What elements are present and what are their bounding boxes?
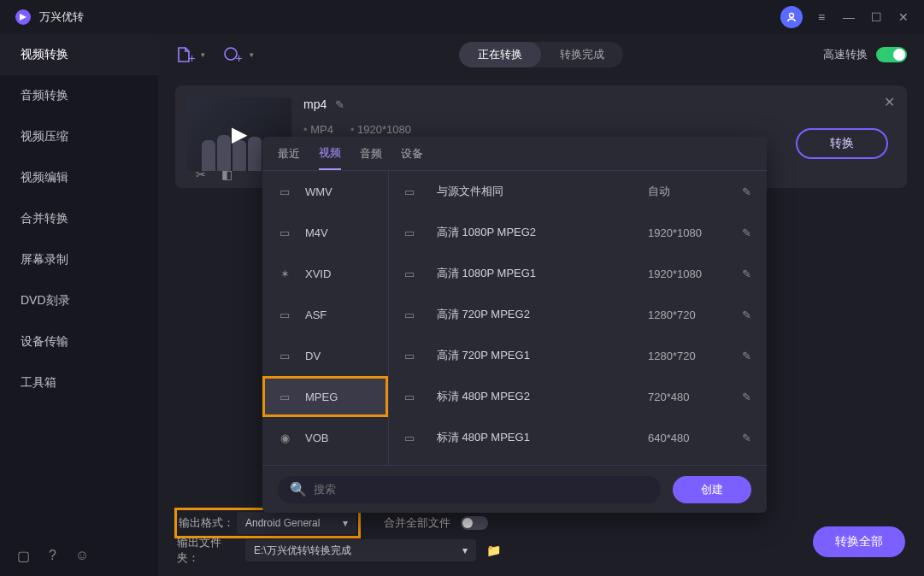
sidebar-item-merge-convert[interactable]: 合并转换 <box>0 198 158 239</box>
sidebar-item-video-edit[interactable]: 视频编辑 <box>0 157 158 198</box>
file-resolution: 1920*1080 <box>350 123 411 136</box>
app-logo <box>14 8 32 26</box>
output-path-label: 输出文件夹： <box>177 535 235 566</box>
edit-name-icon[interactable]: ✎ <box>335 98 344 111</box>
merge-switch[interactable] <box>461 516 488 530</box>
sidebar-item-dvd-burn[interactable]: DVD刻录 <box>0 280 158 321</box>
preset-list: ▭与源文件相同自动✎ ▭高清 1080P MPEG21920*1080✎ ▭高清… <box>389 171 767 465</box>
output-format-label: 输出格式： <box>179 515 237 531</box>
fast-convert-switch[interactable] <box>876 47 907 62</box>
popup-tab-recent[interactable]: 最近 <box>278 137 300 170</box>
maximize-button[interactable]: ☐ <box>862 3 890 31</box>
edit-preset-icon[interactable]: ✎ <box>742 432 751 444</box>
edit-preset-icon[interactable]: ✎ <box>742 267 751 280</box>
file-name: mp4 <box>303 97 327 111</box>
format-mpeg[interactable]: ▭MPEG <box>262 376 388 417</box>
format-xvid[interactable]: ✶XVID <box>262 253 388 294</box>
format-dv[interactable]: ▭DV <box>262 335 388 376</box>
sidebar-item-device-transfer[interactable]: 设备传输 <box>0 321 158 362</box>
help-icon[interactable]: ? <box>49 548 56 563</box>
edit-preset-icon[interactable]: ✎ <box>742 391 751 403</box>
cut-icon[interactable]: ✂ <box>196 168 206 181</box>
format-m4v[interactable]: ▭M4V <box>262 212 388 253</box>
play-icon: ▶ <box>232 122 247 146</box>
format-list: ▭WMV ▭M4V ✶XVID ▭ASF ▭DV ▭MPEG ◉VOB <box>262 171 389 465</box>
convert-button[interactable]: 转换 <box>796 128 888 159</box>
edit-preset-icon[interactable]: ✎ <box>742 185 751 198</box>
preset-row[interactable]: ▭高清 1080P MPEG21920*1080✎ <box>389 212 767 253</box>
preset-row[interactable]: ▭与源文件相同自动✎ <box>389 171 767 212</box>
popup-tab-audio[interactable]: 音频 <box>360 137 382 170</box>
sidebar-item-video-compress[interactable]: 视频压缩 <box>0 116 158 157</box>
format-search[interactable]: 🔍 <box>278 476 661 503</box>
menu-button[interactable]: ≡ <box>808 3 835 31</box>
file-format: MP4 <box>303 123 333 136</box>
merge-label: 合并全部文件 <box>384 515 450 531</box>
format-popup: 最近 视频 音频 设备 ▭WMV ▭M4V ✶XVID ▭ASF ▭DV ▭MP… <box>262 137 767 513</box>
popup-tab-video[interactable]: 视频 <box>319 137 341 170</box>
svg-point-1 <box>790 14 794 18</box>
format-wmv[interactable]: ▭WMV <box>262 171 388 212</box>
add-url-button[interactable]: +▾ <box>223 41 254 68</box>
edit-preset-icon[interactable]: ✎ <box>742 309 751 321</box>
fast-convert-label: 高速转换 <box>823 47 868 62</box>
preset-row[interactable]: ▭标清 480P MPEG1640*480✎ <box>389 417 767 458</box>
preset-row[interactable]: ▭高清 1080P MPEG11920*1080✎ <box>389 253 767 294</box>
status-segment: 正在转换 转换完成 <box>459 42 623 68</box>
format-search-input[interactable] <box>314 483 649 496</box>
crop-icon[interactable]: ◧ <box>221 168 232 181</box>
chevron-down-icon: ▾ <box>343 517 348 529</box>
sidebar-item-video-convert[interactable]: 视频转换 <box>0 34 158 75</box>
tab-converting[interactable]: 正在转换 <box>459 42 541 68</box>
remove-file-button[interactable]: ✕ <box>884 94 895 110</box>
output-path-select[interactable]: E:\万兴优转\转换完成▾ <box>245 539 476 561</box>
people-icon[interactable]: ☺ <box>75 548 89 563</box>
output-format-select[interactable]: Android General▾ <box>237 512 356 534</box>
tab-done[interactable]: 转换完成 <box>541 42 623 68</box>
app-title: 万兴优转 <box>39 9 84 25</box>
sidebar-item-toolbox[interactable]: 工具箱 <box>0 362 158 403</box>
format-vob[interactable]: ◉VOB <box>262 417 388 458</box>
toolbar: +▾ +▾ 正在转换 转换完成 高速转换 <box>158 34 924 75</box>
preset-row[interactable]: ▭高清 720P MPEG21280*720✎ <box>389 294 767 335</box>
add-file-button[interactable]: +▾ <box>175 41 206 68</box>
edit-preset-icon[interactable]: ✎ <box>742 350 751 362</box>
preset-row[interactable]: ▭标清 480P MPEG2720*480✎ <box>389 376 767 417</box>
create-preset-button[interactable]: 创建 <box>673 476 751 503</box>
open-folder-icon[interactable]: 📁 <box>486 544 501 557</box>
sidebar-item-screen-record[interactable]: 屏幕录制 <box>0 239 158 280</box>
popup-tab-device[interactable]: 设备 <box>401 137 423 170</box>
close-window-button[interactable]: ✕ <box>890 3 917 31</box>
user-avatar[interactable] <box>780 6 803 28</box>
search-icon: 🔍 <box>290 481 307 497</box>
bottom-bar: 输出格式： Android General▾ 合并全部文件 输出文件夹： E:\… <box>158 503 924 576</box>
edit-preset-icon[interactable]: ✎ <box>742 226 751 239</box>
preset-row[interactable]: ▭高清 720P MPEG11280*720✎ <box>389 335 767 376</box>
chevron-down-icon: ▾ <box>462 544 468 556</box>
minimize-button[interactable]: — <box>835 3 862 31</box>
sidebar-item-audio-convert[interactable]: 音频转换 <box>0 75 158 116</box>
sidebar: 视频转换 音频转换 视频压缩 视频编辑 合并转换 屏幕录制 DVD刻录 设备传输… <box>0 34 158 576</box>
format-asf[interactable]: ▭ASF <box>262 294 388 335</box>
book-icon[interactable]: ▢ <box>17 548 30 564</box>
convert-all-button[interactable]: 转换全部 <box>813 526 905 557</box>
